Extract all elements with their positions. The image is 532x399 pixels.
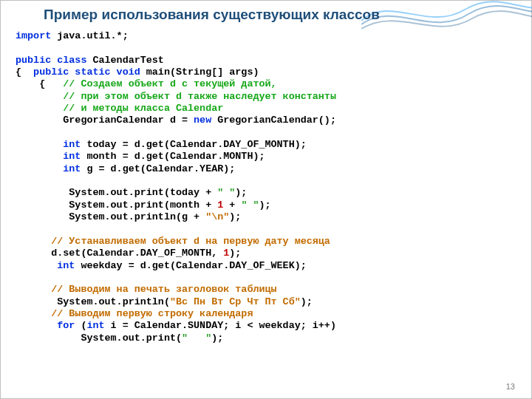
code-token: CalendarTest: [86, 55, 163, 66]
code-token: (: [75, 320, 86, 331]
code-token: // Создаем объект d с текущей датой,: [63, 78, 276, 89]
code-token: " ": [241, 200, 259, 211]
code-token: // и методы класса Calendar: [63, 103, 223, 114]
slide-title: Пример использования существующих классо…: [44, 7, 380, 23]
code-token: [16, 103, 63, 114]
code-token: today = d.get(Calendar.DAY_OF_MONTH);: [81, 139, 306, 150]
code-token: int: [86, 320, 104, 331]
code-token: [16, 139, 63, 150]
code-token: for: [57, 320, 75, 331]
code-token: );: [235, 187, 247, 198]
code-token: {: [16, 78, 63, 89]
code-token: weekday = d.get(Calendar.DAY_OF_WEEK);: [75, 260, 306, 271]
code-token: new: [194, 115, 211, 126]
code-token: "\n": [205, 211, 229, 222]
code-token: d.set(Calendar.DAY_OF_MONTH,: [16, 248, 223, 259]
code-token: System.out.println(g +: [16, 211, 205, 222]
code-token: public static void: [33, 66, 140, 78]
code-token: int: [57, 260, 75, 271]
code-token: GregorianCalendar();: [211, 115, 336, 126]
code-token: int: [63, 151, 81, 162]
code-token: System.out.println(: [16, 296, 170, 307]
code-token: // Выводим первую строку календаря: [51, 308, 253, 319]
code-token: " ": [182, 332, 211, 344]
code-token: java.util.*;: [51, 30, 128, 41]
page-number: 13: [506, 382, 515, 391]
code-token: );: [301, 296, 313, 307]
code-token: );: [211, 332, 223, 344]
code-token: +: [223, 200, 241, 211]
code-token: [16, 91, 63, 102]
code-token: // при этом объект d также наследует кон…: [63, 91, 336, 102]
code-token: [16, 236, 51, 247]
code-token: System.out.print(: [16, 332, 182, 344]
code-token: "Вс Пн Вт Ср Чт Пт Сб": [170, 296, 301, 307]
code-token: month = d.get(Calendar.MONTH);: [81, 151, 265, 162]
code-token: [16, 284, 51, 295]
code-token: int: [63, 139, 81, 150]
code-token: g = d.get(Calendar.YEAR);: [81, 163, 235, 174]
code-token: import: [16, 30, 51, 41]
code-token: );: [229, 211, 241, 222]
code-token: [16, 320, 57, 331]
code-token: GregorianCalendar d =: [16, 115, 194, 126]
code-token: main(String[] args): [140, 66, 259, 78]
code-token: System.out.print(month +: [16, 200, 217, 211]
code-token: [16, 260, 57, 271]
code-token: " ": [217, 187, 235, 198]
code-token: // Выводим на печать заголовок таблицы: [51, 284, 276, 295]
code-token: i = Calendar.SUNDAY; i < weekday; i++): [105, 320, 336, 331]
code-token: // Устанавливаем объект d на первую дату…: [51, 236, 330, 247]
code-token: int: [63, 163, 81, 174]
code-block: import java.util.*; public class Calenda…: [16, 30, 516, 344]
code-token: );: [259, 200, 270, 211]
slide: Пример использования существующих классо…: [0, 0, 532, 399]
code-token: );: [229, 248, 241, 259]
code-token: {: [16, 66, 33, 78]
code-token: public class: [16, 55, 86, 66]
code-token: [16, 308, 51, 319]
code-token: [16, 163, 63, 174]
code-token: System.out.print(today +: [16, 187, 217, 198]
code-token: [16, 151, 63, 162]
